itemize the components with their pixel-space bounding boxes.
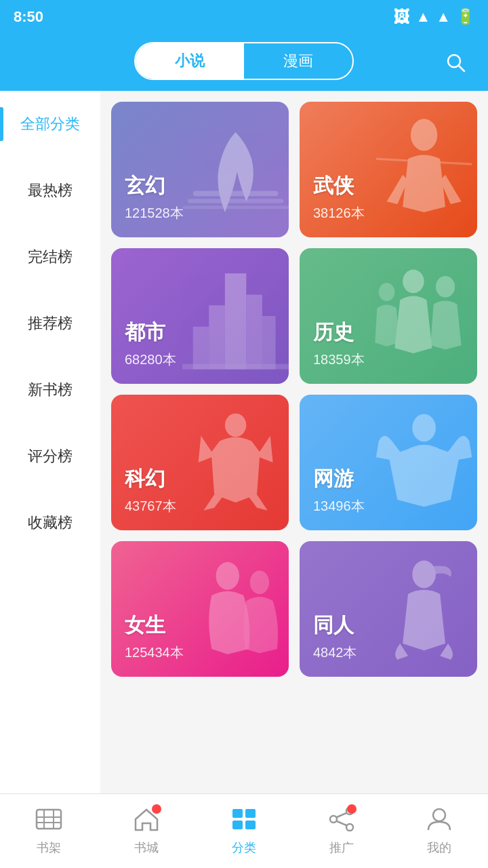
svg-rect-21 [37, 810, 61, 829]
category-dushi[interactable]: 都市 68280本 [111, 248, 289, 384]
category-nusheng[interactable]: 女生 125434本 [111, 541, 289, 677]
sidebar-item-newbook[interactable]: 新书榜 [0, 357, 100, 423]
search-button[interactable] [439, 46, 472, 79]
status-bar: 8:50 🖼 ▲ ▲ 🔋 [0, 0, 488, 34]
svg-rect-26 [232, 809, 243, 818]
nav-category[interactable]: 分类 [195, 807, 293, 856]
shelf-label: 书架 [37, 840, 61, 856]
sidebar-item-finished[interactable]: 完结榜 [0, 224, 100, 290]
svg-point-17 [412, 414, 436, 441]
sidebar-item-score[interactable]: 评分榜 [0, 423, 100, 490]
sidebar-item-all[interactable]: 全部分类 [0, 91, 100, 157]
svg-point-5 [411, 119, 437, 151]
svg-line-34 [337, 821, 346, 825]
svg-rect-24 [43, 810, 45, 829]
nav-shelf[interactable]: 书架 [0, 807, 98, 856]
category-xuanhuan[interactable]: 玄幻 121528本 [111, 102, 289, 237]
tab-manhua[interactable]: 漫画 [244, 43, 352, 79]
tab-group: 小说 漫画 [134, 42, 354, 80]
svg-rect-22 [37, 816, 61, 818]
category-kehuan[interactable]: 科幻 43767本 [111, 395, 289, 530]
nav-mine[interactable]: 我的 [390, 807, 488, 856]
category-tongren[interactable]: 同人 4842本 [300, 541, 477, 677]
main-content: 全部分类 最热榜 完结榜 推荐榜 新书榜 评分榜 收藏榜 [0, 91, 488, 793]
svg-rect-23 [37, 822, 61, 823]
battery-icon: 🔋 [456, 8, 474, 26]
bottom-nav: 书架 书城 分类 [0, 793, 488, 868]
store-label: 书城 [134, 840, 159, 856]
wifi-icon: ▲ [415, 8, 430, 26]
categories-grid: 玄幻 121528本 武侠 38126本 [100, 91, 488, 793]
svg-line-33 [337, 813, 346, 817]
status-time: 8:50 [14, 8, 43, 26]
svg-point-13 [403, 270, 424, 294]
svg-point-16 [225, 414, 246, 437]
svg-rect-27 [245, 809, 256, 818]
sidebar-item-collection[interactable]: 收藏榜 [0, 490, 100, 556]
category-wangyou[interactable]: 网游 13496本 [300, 395, 477, 530]
category-label: 分类 [232, 840, 256, 856]
svg-point-32 [346, 824, 353, 831]
sidebar-item-hot[interactable]: 最热榜 [0, 157, 100, 224]
shelf-icon [35, 807, 62, 835]
svg-point-31 [330, 816, 337, 823]
svg-rect-29 [245, 821, 256, 829]
status-icons: 🖼 ▲ ▲ 🔋 [394, 7, 474, 26]
tab-header: 小说 漫画 [0, 34, 488, 91]
promote-badge [347, 804, 357, 814]
svg-line-1 [459, 66, 464, 71]
svg-point-35 [433, 809, 445, 821]
grid-icon [230, 807, 258, 835]
svg-point-14 [436, 276, 455, 297]
signal-icon: ▲ [436, 8, 451, 26]
sidebar-item-recommend[interactable]: 推荐榜 [0, 290, 100, 357]
promote-label: 推广 [329, 840, 354, 856]
user-icon [426, 807, 453, 835]
svg-rect-28 [232, 821, 243, 829]
svg-point-15 [379, 283, 395, 301]
tab-xiaoshuo[interactable]: 小说 [136, 43, 244, 79]
category-wuxia[interactable]: 武侠 38126本 [300, 102, 477, 237]
store-badge [152, 804, 161, 814]
mine-label: 我的 [427, 840, 451, 856]
svg-point-18 [216, 562, 239, 590]
category-lishi[interactable]: 历史 18359本 [300, 248, 477, 384]
sidebar: 全部分类 最热榜 完结榜 推荐榜 新书榜 评分榜 收藏榜 [0, 91, 100, 793]
nav-store[interactable]: 书城 [98, 807, 195, 856]
image-icon: 🖼 [394, 7, 410, 26]
nav-promote[interactable]: 推广 [293, 807, 390, 856]
svg-point-19 [250, 570, 269, 594]
svg-rect-25 [53, 810, 54, 829]
